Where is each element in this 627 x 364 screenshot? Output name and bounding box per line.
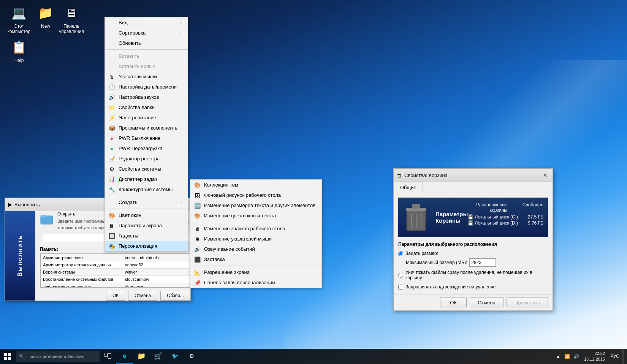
resolution-label: Разрешение экрана: [204, 269, 250, 275]
recycle-props-tabs: Общие: [394, 182, 553, 193]
task-view-icon: [104, 353, 111, 359]
submenu-color-text[interactable]: 🎨 Изменение цвета окон и текста: [190, 210, 321, 221]
submenu-mouse-pointers[interactable]: 🖱 Изменение указателей мыши: [190, 234, 321, 244]
recycle-ok-btn[interactable]: ОК: [440, 298, 467, 307]
taskbar-personalize-label: Панель задач персонализации: [204, 280, 275, 285]
sort-label: Сортировка: [119, 30, 146, 36]
registry-label: Редактор реестра: [119, 156, 160, 161]
run-title: Выполнить: [14, 202, 40, 207]
disk-locations-header: Расположение корзины Свободно 💾 Локальны…: [468, 202, 543, 233]
menu-item-create[interactable]: Создать ›: [105, 197, 188, 207]
svg-rect-2: [412, 204, 420, 209]
confirm-checkbox[interactable]: [398, 285, 403, 290]
taskbar-app-unknown2[interactable]: ⚙: [183, 349, 200, 364]
menu-item-sort[interactable]: Сортировка ›: [105, 28, 188, 38]
screen-params-icon: 🖥: [108, 222, 116, 229]
theme-collection-label: Коллекция тем: [204, 182, 238, 188]
radio-set-size[interactable]: Задать размер:: [398, 251, 548, 256]
menu-item-pwr-shutdown[interactable]: ● PWR Выключение: [105, 133, 188, 143]
network-icon[interactable]: 📶: [563, 349, 572, 364]
menu-item-datetime[interactable]: 🕐 Настройка даты/времени: [105, 82, 188, 92]
svg-rect-7: [41, 215, 46, 217]
radio-immediate-delete-label: Уничтожать файлы сразу после удаления, н…: [405, 270, 548, 280]
memo-row[interactable]: Администратор источников данныхodbcad32: [41, 261, 190, 269]
run-ok-btn[interactable]: ОК: [106, 291, 125, 301]
disk-d-free: 9,76 ГБ: [528, 220, 543, 226]
menu-item-sys-props[interactable]: ⚙ Свойства системы: [105, 164, 188, 174]
memo-item-name: Версия системы: [41, 269, 123, 276]
recycle-props-close[interactable]: ✕: [541, 171, 549, 179]
system-tray-arrow[interactable]: ▲: [554, 349, 563, 364]
menu-item-power[interactable]: ⚡ Электропитание: [105, 112, 188, 123]
menu-item-registry[interactable]: 📝 Редактор реестра: [105, 154, 188, 164]
menu-item-personalize[interactable]: 🎭 Персонализация ›: [105, 241, 188, 251]
submenu-resolution[interactable]: 📐 Разрешение экрана: [190, 267, 321, 277]
menu-item-programs[interactable]: 📦 Программы и компоненты: [105, 123, 188, 133]
paste-shortcut-icon: [108, 63, 116, 70]
taskbar-app-edge[interactable]: e: [116, 349, 133, 364]
menu-item-pwr-restart[interactable]: ● PWR Перезагрузка: [105, 143, 188, 154]
start-button[interactable]: [0, 349, 15, 364]
memo-list[interactable]: Администрированиеcontrol admintoolsАдмин…: [40, 253, 190, 288]
submenu-wallpaper[interactable]: 🖼 Фоновый рисунок рабочего стола: [190, 190, 321, 200]
memo-row[interactable]: Версия системыwinver: [41, 269, 190, 276]
run-sidebar: Выполнить: [5, 211, 35, 301]
menu-item-task-mgr[interactable]: 📊 Диспетчер задач: [105, 174, 188, 184]
app1-icon: 🐦: [172, 353, 178, 359]
menu-item-gadgets[interactable]: 🔲 Гаджеты: [105, 231, 188, 241]
submenu-theme-collection[interactable]: 🎨 Коллекция тем: [190, 180, 321, 190]
store-icon: 🛒: [154, 352, 162, 360]
desktop-icon-control-panel[interactable]: 🖥 Панельуправления: [56, 4, 87, 35]
desktop-icon-this-pc[interactable]: 💻 Этот компьютер: [4, 4, 34, 35]
volume-icon[interactable]: 🔊: [572, 349, 581, 364]
max-size-input[interactable]: [469, 258, 496, 267]
memo-row[interactable]: Администрированиеcontrol admintools: [41, 254, 190, 261]
memo-row[interactable]: Восстановление системных файловsfc /scan…: [41, 276, 190, 283]
taskbar-app-task-view[interactable]: [100, 349, 116, 364]
recycle-header-text: Параметры Корзины: [432, 202, 468, 233]
explorer-icon: 📁: [137, 352, 146, 360]
submenu-desktop-icons[interactable]: 🖥 Изменение значков рабочего стола: [190, 223, 321, 234]
menu-item-refresh[interactable]: Обновить: [105, 38, 188, 48]
submenu-screensaver[interactable]: ⬛ Заставка: [190, 254, 321, 264]
tab-general[interactable]: Общие: [394, 182, 423, 193]
recycle-apply-btn[interactable]: Применить: [507, 298, 548, 307]
memo-row[interactable]: Дефрагментация дисковdfrgui.exe: [41, 283, 190, 288]
radio-immediate-delete[interactable]: Уничтожать файлы сразу после удаления, н…: [398, 270, 548, 280]
menu-item-screen-params[interactable]: 🖥 Параметры экрана: [105, 220, 188, 231]
confirm-option[interactable]: Запрашивать подтверждение на удаление: [398, 284, 548, 290]
taskbar-search[interactable]: 🔍 Поиск в интернете и Windows: [16, 351, 100, 362]
text-size-icon: 🔤: [193, 202, 201, 209]
radio-immediate-delete-input[interactable]: [398, 273, 403, 278]
menu-item-folder-props[interactable]: 📁 Свойства папки: [105, 102, 188, 112]
menu-item-sounds[interactable]: 🔊 Настройка звуков: [105, 92, 188, 102]
taskbar-app-store[interactable]: 🛒: [150, 349, 166, 364]
submenu-sounds[interactable]: 🔊 Озвучивание событий: [190, 244, 321, 254]
help-icon: 📋: [10, 38, 28, 56]
run-browse-btn[interactable]: Обзор...: [160, 291, 190, 301]
show-desktop-btn[interactable]: [622, 349, 624, 364]
run-cancel-btn[interactable]: Отмена: [128, 291, 157, 301]
personalize-arrow: ›: [180, 244, 182, 248]
recycle-header: Параметры Корзины Расположение корзины С…: [398, 198, 548, 237]
taskbar-clock[interactable]: 22:22 13.12.2015: [581, 351, 608, 362]
menu-item-sys-config[interactable]: 🔧 Конфигурация системы: [105, 184, 188, 195]
separator-1: [105, 49, 188, 50]
screensaver-icon: ⬛: [193, 256, 201, 263]
svg-rect-11: [8, 357, 11, 360]
menu-item-view[interactable]: Вид ›: [105, 17, 188, 28]
taskbar-personalize-icon: 📌: [193, 279, 201, 286]
submenu-text-size[interactable]: 🔤 Изменение размеров текста и других эле…: [190, 200, 321, 210]
taskbar-app-unknown1[interactable]: 🐦: [166, 349, 183, 364]
this-pc-label: Этот компьютер: [4, 24, 34, 35]
desktop-icon-help[interactable]: 📋 Help: [4, 38, 34, 63]
taskbar-app-explorer[interactable]: 📁: [133, 349, 150, 364]
submenu-taskbar-personalize[interactable]: 📌 Панель задач персонализации: [190, 277, 321, 288]
menu-item-color-win[interactable]: 🎨 Цвет окон: [105, 210, 188, 220]
sys-props-label: Свойства системы: [119, 166, 161, 172]
recycle-cancel-btn[interactable]: Отмена: [470, 298, 504, 307]
taskbar-language[interactable]: РУС: [608, 354, 622, 359]
menu-item-mouse-pointers[interactable]: 🖱 Указатели мыши: [105, 71, 188, 82]
recycle-props-dialog: 🗑 Свойства: Корзина ✕ Общие: [393, 168, 553, 311]
radio-set-size-input[interactable]: [398, 251, 403, 256]
